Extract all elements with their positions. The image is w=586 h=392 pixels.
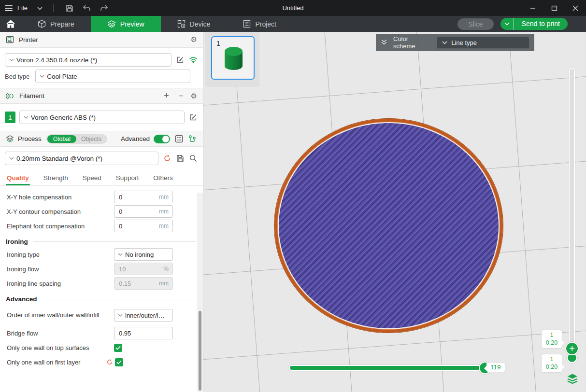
filament-section-header: Filament + − ⚙ — [0, 88, 203, 104]
move-slider[interactable] — [289, 365, 488, 371]
sliced-object-first-layer[interactable] — [274, 119, 503, 333]
plate-thumbnail[interactable]: 1 — [211, 36, 255, 80]
tab-device-label: Device — [190, 20, 211, 28]
add-filament-button[interactable]: + — [162, 91, 172, 101]
advanced-label: Advanced — [121, 135, 150, 142]
param-input[interactable] — [114, 208, 159, 215]
param-row: Ironing line spacing mm — [7, 276, 203, 291]
tab-quality[interactable]: Quality — [7, 171, 29, 185]
tab-prepare[interactable]: Prepare — [21, 16, 91, 32]
filament-icon — [6, 92, 14, 100]
edit-printer-icon[interactable] — [175, 55, 185, 65]
xy-contour-compensation-field[interactable]: mm — [114, 205, 173, 218]
process-section-header: Process Global Objects Advanced — [0, 131, 203, 147]
slice-button[interactable]: Slice — [457, 18, 493, 30]
ironing-type-select[interactable]: No ironing — [114, 248, 173, 261]
panel-scrollbar[interactable] — [197, 193, 203, 392]
one-wall-first-layer-checkbox[interactable] — [115, 358, 123, 366]
save-icon[interactable] — [62, 2, 77, 14]
process-preset-select[interactable]: 0.20mm Standard @Voron (*) — [5, 152, 158, 165]
tab-others[interactable]: Others — [153, 171, 173, 185]
printer-preset-value: Voron 2.4 350 0.4 nozzle (*) — [16, 56, 97, 64]
tab-preview[interactable]: Preview — [91, 16, 161, 32]
wifi-connection-icon[interactable] — [189, 55, 198, 65]
param-unit: mm — [159, 208, 172, 215]
line-type-value: Line type — [451, 39, 477, 46]
panel-scrollbar-thumb[interactable] — [199, 311, 201, 391]
wall-order-value: inner/outer/i… — [125, 312, 165, 319]
redo-icon[interactable] — [97, 2, 112, 14]
process-preset-value: 0.20mm Standard @Voron (*) — [16, 155, 102, 162]
edit-filament-icon[interactable] — [188, 112, 198, 122]
color-scheme-label: Color scheme — [393, 35, 431, 50]
home-button[interactable] — [0, 16, 21, 32]
send-to-print-button[interactable]: Send to print — [514, 18, 568, 30]
param-input — [114, 266, 163, 273]
objects-list-icon[interactable] — [174, 134, 184, 144]
filament-slot-badge[interactable]: 1 — [5, 112, 15, 123]
filament-settings-gear-icon[interactable]: ⚙ — [191, 92, 197, 100]
filament-preset-select[interactable]: Voron Generic ABS (*) — [19, 111, 185, 124]
elephant-foot-compensation-field[interactable]: mm — [114, 220, 173, 232]
printer-icon — [6, 36, 14, 43]
tab-strength[interactable]: Strength — [43, 171, 68, 185]
chevron-down-icon — [40, 75, 44, 78]
save-preset-icon[interactable] — [176, 154, 185, 163]
param-unit: mm — [159, 280, 172, 287]
undo-modified-value-icon[interactable] — [106, 359, 113, 365]
send-options-chevron[interactable] — [500, 18, 514, 30]
tab-speed[interactable]: Speed — [83, 171, 101, 185]
object-thumbnail-cylinder — [225, 47, 243, 70]
preview-viewport[interactable]: 1 Color scheme Line type — [203, 32, 586, 392]
xy-hole-compensation-field[interactable]: mm — [114, 191, 173, 203]
close-button[interactable] — [565, 0, 586, 16]
bed-type-select[interactable]: Cool Plate — [35, 70, 190, 83]
menu-icon[interactable] — [5, 5, 13, 11]
param-row: Only one wall on top surfaces — [7, 340, 203, 355]
ironing-group-header: Ironing — [6, 238, 196, 245]
layer-slider-bottom-tooltip: 1 0.20 — [542, 354, 562, 372]
bridge-flow-field[interactable] — [114, 327, 173, 339]
scope-global[interactable]: Global — [47, 135, 76, 143]
wall-order-select[interactable]: inner/outer/i… — [114, 309, 173, 322]
layers-view-icon[interactable] — [566, 373, 579, 386]
filament-section-title: Filament — [19, 92, 44, 99]
process-icon — [6, 135, 14, 142]
reset-preset-icon[interactable] — [162, 154, 172, 163]
settings-panel: Printer ⚙ Voron 2.4 350 0.4 nozzle (*) B… — [0, 32, 203, 392]
one-wall-top-checkbox[interactable] — [114, 344, 122, 352]
process-scope-switch[interactable]: Global Objects — [46, 134, 108, 144]
printer-preset-select[interactable]: Voron 2.4 350 0.4 nozzle (*) — [5, 53, 172, 67]
printer-section-title: Printer — [19, 36, 38, 43]
minimize-button[interactable] — [522, 0, 543, 16]
maximize-button[interactable] — [543, 0, 565, 16]
bed-type-value: Cool Plate — [47, 73, 77, 80]
undo-icon[interactable] — [80, 2, 94, 14]
advanced-group-header: Advanced — [6, 295, 196, 303]
bed-type-label: Bed type — [5, 73, 29, 80]
param-input[interactable] — [114, 330, 172, 337]
chevron-down-icon — [442, 41, 447, 44]
scope-objects[interactable]: Objects — [76, 135, 106, 143]
chevron-down-icon — [24, 116, 29, 119]
tab-support[interactable]: Support — [116, 171, 139, 185]
collapse-legend-icon[interactable] — [381, 39, 387, 46]
tab-prepare-label: Prepare — [50, 20, 74, 28]
remove-filament-button[interactable]: − — [176, 91, 186, 101]
param-label: X-Y contour compensation — [7, 208, 114, 215]
param-input[interactable] — [114, 223, 159, 230]
layer-slider-track[interactable] — [569, 68, 575, 350]
param-input[interactable] — [114, 194, 159, 201]
printer-settings-gear-icon[interactable]: ⚙ — [191, 35, 197, 44]
line-type-select[interactable]: Line type — [437, 37, 529, 49]
file-menu-chevron-icon[interactable] — [37, 4, 43, 12]
advanced-toggle[interactable] — [154, 135, 170, 143]
param-label: Ironing flow — [7, 266, 114, 273]
param-row: Ironing type No ironing — [7, 247, 203, 262]
search-icon[interactable] — [189, 154, 198, 163]
parameter-table-icon[interactable] — [187, 134, 197, 144]
layer-slider-upper-handle-plus[interactable]: + — [565, 342, 579, 355]
file-menu[interactable]: File — [17, 4, 28, 12]
tab-device[interactable]: Device — [161, 16, 227, 32]
tab-project[interactable]: Project — [227, 16, 293, 32]
